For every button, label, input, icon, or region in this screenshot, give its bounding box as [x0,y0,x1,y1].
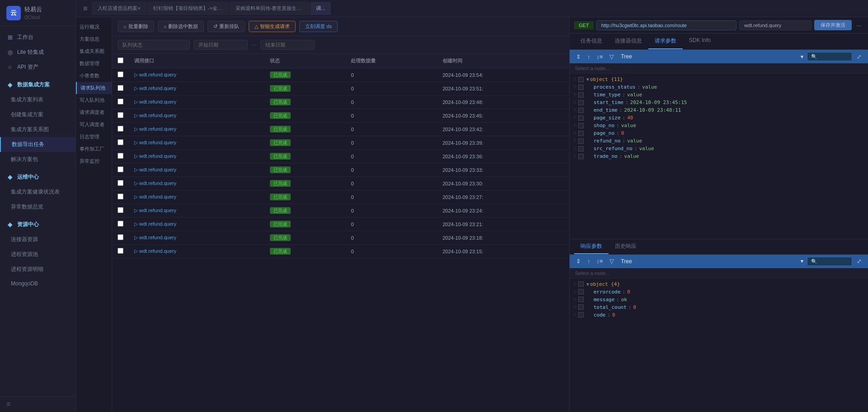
node-checkbox[interactable] [578,100,584,105]
row-checkbox[interactable] [118,248,123,254]
sub-nav-integration-map[interactable]: 集成关系图 [76,45,112,57]
tab-request-params[interactable]: 请求参数 [648,33,683,49]
node-checkbox[interactable] [578,123,584,128]
node-checkbox[interactable] [578,154,584,159]
sub-nav-data-mgmt[interactable]: 数据管理 [76,57,112,70]
drag-handle[interactable]: ⠿ [573,146,576,151]
api-link[interactable]: ▷ wdt.refund.query [134,248,259,254]
api-link[interactable]: ▷ wdt.refund.query [134,140,259,146]
node-checkbox[interactable] [578,297,584,302]
row-checkbox[interactable] [118,234,123,240]
drag-handle[interactable]: ⠿ [573,92,576,97]
sub-nav-running[interactable]: 运行概况 [76,21,112,33]
row-checkbox[interactable] [118,99,123,104]
sidebar-item-api[interactable]: ○ API 资产 [0,60,75,75]
api-url-input[interactable] [596,20,737,30]
start-date-filter[interactable] [193,40,248,50]
queue-status-filter[interactable] [118,40,190,50]
drag-handle[interactable]: ⠿ [573,131,576,136]
api-method-input[interactable] [739,20,811,30]
smart-request-btn[interactable]: △ 智能生成请求 [249,21,296,32]
expand-all-icon2[interactable]: ⇕ [574,257,583,265]
filter-icon2[interactable]: ▽ [608,257,616,265]
drag-handle[interactable]: ⠿ [573,77,576,82]
schedule-btn[interactable]: 立刻调度 ds [299,21,338,32]
more-options-btn[interactable]: ··· [854,22,863,29]
sidebar-item-lite[interactable]: ◎ Lite 轻集成 [0,45,75,60]
sort-icon2[interactable]: ↕≡ [595,257,605,265]
select-all-checkbox[interactable] [118,57,123,63]
drag-handle[interactable]: ⠿ [573,138,576,143]
sidebar-item-health[interactable]: 集成方案健康状况表 [0,185,75,199]
node-checkbox[interactable] [578,115,584,121]
node-checkbox[interactable] [578,138,584,144]
drag-handle2[interactable]: ⠿ [573,282,576,287]
resize-icon[interactable]: ⤢ [855,52,863,61]
sub-nav-log[interactable]: 日志管理 [76,131,112,143]
sidebar-item-solution-pkg[interactable]: 解决方案包 [0,152,75,167]
root-arrow[interactable]: ▼ [586,77,589,82]
drag-handle[interactable]: ⠿ [573,154,576,159]
sidebar-item-process-pool[interactable]: 进程资源池 [0,247,75,262]
json-search-input[interactable] [807,52,852,61]
node-checkbox[interactable] [578,85,584,90]
node-checkbox[interactable] [578,289,584,294]
batch-delete-btn[interactable]: ○ 批量删除 [118,21,154,32]
delete-selected-btn[interactable]: ○ 删除选中数据 [158,21,204,32]
resp-root-checkbox[interactable] [578,281,584,287]
sidebar-item-connector-res[interactable]: 连接器资源 [0,232,75,247]
sidebar-item-mongodb[interactable]: MongqoDB [0,277,75,290]
root-checkbox[interactable] [578,77,584,82]
tab-3[interactable]: 调... [310,2,331,15]
api-link[interactable]: ▷ wdt.refund.query [134,221,259,227]
sidebar-item-data-export[interactable]: 数据导出任务 [0,137,75,152]
sidebar-item-abnormal[interactable]: 异常数据总览 [0,199,75,214]
resp-root-arrow[interactable]: ▼ [586,282,589,287]
tab-connector-info[interactable]: 连接器信息 [609,33,648,49]
api-link[interactable]: ▷ wdt.refund.query [134,85,259,91]
sub-nav-write-scheduler[interactable]: 写入调度者 [76,118,112,131]
sidebar-item-create-solution[interactable]: 创建集成方案 [0,107,75,122]
tab-1[interactable]: 钉钉报销【项目报销类】->金蝶付款单【班西】× [147,2,229,15]
api-link[interactable]: ▷ wdt.refund.query [134,194,259,200]
drag-handle[interactable]: ⠿ [573,123,576,128]
sub-nav-request-scheduler[interactable]: 请求调度者 [76,106,112,118]
end-date-filter[interactable] [260,40,315,50]
row-checkbox[interactable] [118,112,123,118]
row-checkbox[interactable] [118,139,123,145]
collapse-icon2[interactable]: ↑ [585,257,592,265]
sort-icon[interactable]: ↕≡ [595,52,605,61]
drag-handle[interactable]: ⠿ [573,297,576,302]
sidebar-item-solution-map[interactable]: 集成方案关系图 [0,122,75,137]
sub-nav-event-factory[interactable]: 事件加工厂 [76,143,112,155]
sidebar-collapse-btn[interactable]: ≡ [0,396,75,412]
horizontal-scrollbar[interactable] [112,408,569,412]
sidebar-item-solution-list[interactable]: 集成方案列表 [0,92,75,107]
tab-sdk-info[interactable]: SDK Info [683,33,717,49]
node-checkbox[interactable] [578,146,584,152]
node-checkbox[interactable] [578,108,584,113]
node-checkbox[interactable] [578,304,584,310]
row-checkbox[interactable] [118,194,123,199]
save-activate-btn[interactable]: 保存并激活 [814,20,852,30]
api-link[interactable]: ▷ wdt.refund.query [134,72,259,78]
api-link[interactable]: ▷ wdt.refund.query [134,208,259,213]
row-checkbox[interactable] [118,207,123,213]
tab-task-info[interactable]: 任务信息 [574,33,609,49]
requeue-btn[interactable]: ↺ 重新排队 [208,21,245,32]
menu-icon[interactable]: ≡ [80,2,91,15]
row-checkbox[interactable] [118,71,123,77]
drag-handle[interactable]: ⠿ [573,289,576,294]
json-search-input2[interactable] [807,257,852,266]
expand-all-icon[interactable]: ⇕ [574,52,583,61]
api-link[interactable]: ▷ wdt.refund.query [134,235,259,241]
drag-handle[interactable]: ⠿ [573,305,576,310]
resp-tab-params[interactable]: 响应参数 [574,239,609,254]
node-checkbox[interactable] [578,131,584,136]
sub-nav-xiao-qing[interactable]: 小青查数 [76,70,112,82]
row-checkbox[interactable] [118,153,123,159]
tab-0[interactable]: 入旺店通货品档案× [92,2,146,15]
sidebar-item-workbench[interactable]: ⊞ 工作台 [0,30,75,45]
row-checkbox[interactable] [118,166,123,172]
api-link[interactable]: ▷ wdt.refund.query [134,113,259,118]
